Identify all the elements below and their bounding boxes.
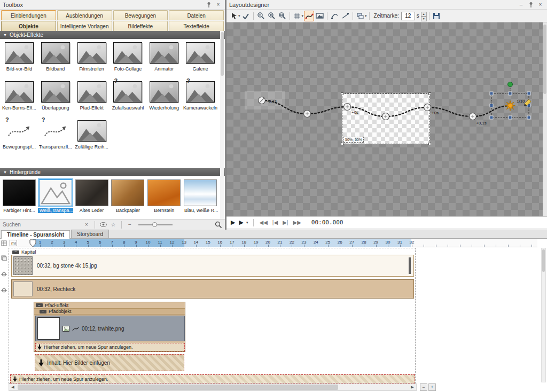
play-button[interactable]: ▶ xyxy=(231,219,235,226)
pin-icon[interactable] xyxy=(527,1,535,8)
scrollbar-thumb[interactable] xyxy=(542,249,545,272)
effect-item[interactable]: ? Transparenzfl... xyxy=(37,120,74,159)
scrollbar-track[interactable] xyxy=(17,384,409,390)
slider-thumb[interactable] xyxy=(152,222,157,227)
timeline-tab[interactable]: Timeline - Spuransicht xyxy=(1,230,70,239)
effect-item[interactable]: Filmstreifen xyxy=(74,42,110,81)
kapitel-track-header[interactable]: − Kapitel xyxy=(12,249,36,255)
pfad-item-selected[interactable]: 00:12, trwhite.png xyxy=(35,316,185,341)
clear-search-icon[interactable]: × xyxy=(83,221,90,229)
camera-pan-button[interactable] xyxy=(315,11,325,21)
background-item[interactable]: Blau, weiße R... xyxy=(182,179,218,213)
select-tool-dropdown-caret[interactable]: ▾ xyxy=(238,14,240,18)
grid-button[interactable] xyxy=(292,11,302,21)
collapse-icon[interactable]: − xyxy=(12,250,19,254)
skip-forward-button[interactable]: ▶▶ xyxy=(293,219,301,225)
spin-up-icon[interactable]: ▲ xyxy=(421,12,427,17)
effect-item[interactable]: Animator xyxy=(146,42,182,81)
pfad-effekt-header[interactable]: − Pfad-Effekt xyxy=(34,302,185,308)
search-input[interactable] xyxy=(3,222,80,228)
spin-down-icon[interactable]: ▼ xyxy=(421,17,427,21)
track-target2-icon[interactable] xyxy=(1,287,7,293)
favorite-star-icon[interactable]: ☆ xyxy=(110,221,117,229)
effect-item[interactable]: Wiederholung xyxy=(146,81,182,120)
play-dropdown-caret[interactable]: ▾ xyxy=(246,221,248,225)
background-item[interactable]: Weiß, transpa... xyxy=(37,179,74,213)
selection-handle[interactable] xyxy=(527,116,530,119)
zoom-edit-icon[interactable] xyxy=(215,221,222,229)
selection-handle[interactable] xyxy=(509,116,512,119)
background-item[interactable]: Altes Leder xyxy=(74,179,110,213)
layout-canvas[interactable]: 50%; 50% -0,1s+0s+0s+0,1s1/10 xyxy=(226,22,543,216)
step-forward-button[interactable]: ▶| xyxy=(283,219,288,225)
collapse-icon[interactable]: − xyxy=(40,310,46,313)
pfad-effekt-group[interactable]: − Pfad-Effekt − Pfadobjekt 00:12, trwhit… xyxy=(34,302,185,352)
step-back-button[interactable]: |◀ xyxy=(272,219,278,225)
effect-item[interactable]: ? Zufallsauswahl xyxy=(110,81,146,120)
play-from-timemark-button[interactable]: ▶ xyxy=(239,219,243,226)
grid-dropdown-caret[interactable]: ▾ xyxy=(302,14,304,18)
new-track-drop-zone-bottom[interactable]: Hierher ziehen, um neue Spur anzulegen. xyxy=(10,374,415,383)
effect-item[interactable]: Zufällige Reih... xyxy=(74,120,110,159)
selection-handle[interactable] xyxy=(490,116,493,119)
chapter-grid-icon[interactable] xyxy=(1,240,7,246)
zoom-out-button[interactable] xyxy=(256,11,266,21)
background-item[interactable]: Farbiger Hint... xyxy=(1,179,37,213)
effect-item[interactable]: Foto-Collage xyxy=(110,42,146,81)
path-mode-button[interactable] xyxy=(304,11,314,21)
playhead-marker[interactable] xyxy=(29,239,36,247)
pfadobjekt-header[interactable]: − Pfadobjekt xyxy=(34,308,185,315)
toolbox-scrollbar[interactable] xyxy=(220,31,224,219)
timeline-tab[interactable]: Storyboard xyxy=(71,230,109,238)
effect-item[interactable]: ? Kamerawackeln xyxy=(182,81,218,120)
zeitmarke-input[interactable] xyxy=(401,12,415,20)
effect-item[interactable]: Bild-vor-Bild xyxy=(1,42,37,81)
select-tool-button[interactable] xyxy=(229,11,239,21)
effect-item[interactable]: Pfad-Effekt xyxy=(74,81,110,120)
layoutdesigner-titlebar[interactable]: Layoutdesigner – × xyxy=(226,0,547,10)
toolbox-tab[interactable]: Ausblendungen xyxy=(57,10,112,20)
close-icon[interactable]: × xyxy=(214,1,222,8)
zoom-out-minus-icon[interactable]: − xyxy=(126,221,134,229)
toolbox-tab[interactable]: Objekte xyxy=(1,21,56,31)
timeline-vertical-scrollbar[interactable] xyxy=(541,248,546,382)
minimize-icon[interactable]: – xyxy=(517,1,525,8)
rotation-handle[interactable] xyxy=(508,82,513,87)
effect-item[interactable]: Überlappung xyxy=(37,81,74,120)
scrollbar-thumb[interactable] xyxy=(221,32,224,76)
kapitel-track-item[interactable]: 00:32, bg stone 4k 15.jpg xyxy=(11,255,414,277)
collapse-icon[interactable]: − xyxy=(36,303,43,307)
track-target-icon[interactable] xyxy=(1,271,7,277)
toolbox-tab[interactable]: Bildeffekte xyxy=(113,21,168,31)
effect-item[interactable]: ? Bewegungspf... xyxy=(1,120,37,159)
toolbox-tab[interactable]: Einblendungen xyxy=(1,10,56,20)
selection-handle[interactable] xyxy=(490,104,493,107)
effect-item[interactable]: Galerie xyxy=(182,42,218,81)
background-item[interactable]: Bernstein xyxy=(146,179,182,213)
save-button[interactable] xyxy=(432,11,442,21)
toolbox-tab[interactable]: Bewegungen xyxy=(113,10,168,20)
toolbox-tab[interactable]: Intelligente Vorlagen xyxy=(57,21,112,31)
zeitmarke-spinner[interactable]: ▲ ▼ xyxy=(421,12,427,20)
curve-linear-button[interactable] xyxy=(340,11,350,21)
layers-dropdown-caret[interactable]: ▾ xyxy=(365,14,367,18)
selection-handle[interactable] xyxy=(490,92,493,95)
close-icon[interactable]: × xyxy=(536,1,544,8)
scrollbar-thumb[interactable] xyxy=(18,385,338,390)
thumbnail-size-slider[interactable] xyxy=(138,224,173,225)
scrollbar-thumb[interactable] xyxy=(543,25,546,94)
effect-item[interactable]: Bildband xyxy=(37,42,74,81)
background-item[interactable]: Backpapier xyxy=(110,179,146,213)
section-header-hintergruende[interactable]: ▼ Hintergründe xyxy=(0,168,225,176)
effect-item[interactable]: Ken-Burns-Eff... xyxy=(1,81,37,120)
timeline-ruler[interactable]: 1234567891011121314151617181920212223242… xyxy=(9,239,537,247)
toolbox-titlebar[interactable]: Toolbox × xyxy=(0,0,225,10)
zoom-in-button[interactable] xyxy=(267,11,277,21)
timeline-zoom-in-button[interactable]: + xyxy=(428,383,436,391)
canvas-vertical-scrollbar[interactable] xyxy=(543,22,547,216)
zoom-fit-button[interactable] xyxy=(277,11,287,21)
timeline-zoom-out-button[interactable]: − xyxy=(420,383,427,391)
snap-toggle-button[interactable] xyxy=(241,11,251,21)
curve-editor-button[interactable] xyxy=(330,11,340,21)
track-end-handle[interactable] xyxy=(409,257,411,274)
